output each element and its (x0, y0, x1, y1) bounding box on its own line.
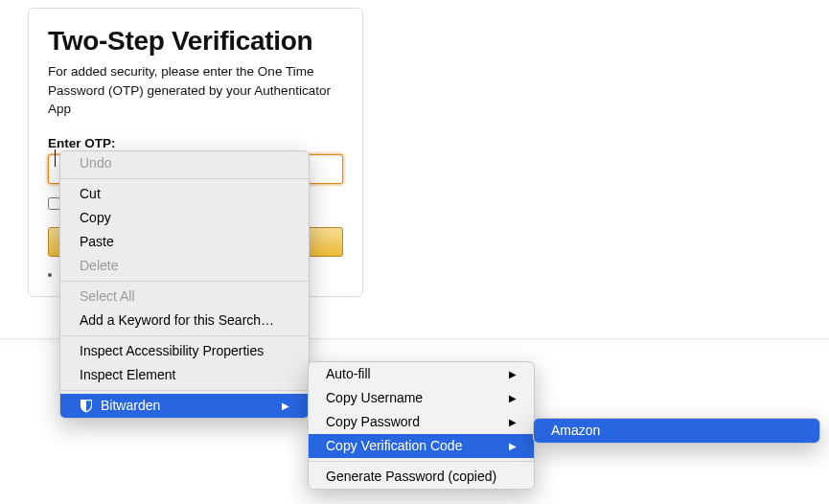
chevron-right-icon: ▶ (282, 397, 289, 415)
verification-code-submenu: Amazon (533, 418, 820, 444)
text-caret (55, 149, 56, 167)
menu-separator (60, 281, 309, 282)
menu-item-cut[interactable]: Cut (60, 182, 309, 206)
menu-item-paste[interactable]: Paste (60, 230, 309, 254)
chevron-right-icon: ▶ (509, 437, 517, 455)
menu-separator (60, 178, 309, 179)
menu-item-generate-password[interactable]: Generate Password (copied) (309, 465, 534, 489)
menu-item-undo[interactable]: Undo (60, 151, 309, 175)
context-menu: Undo Cut Copy Paste Delete Select All Ad… (59, 150, 310, 419)
menu-item-delete[interactable]: Delete (60, 254, 309, 278)
otp-label: Enter OTP: (48, 136, 343, 150)
shield-icon (80, 399, 93, 413)
menu-separator (309, 461, 534, 462)
menu-item-copy[interactable]: Copy (60, 206, 309, 230)
chevron-right-icon: ▶ (509, 389, 517, 407)
bitwarden-submenu: Auto-fill▶ Copy Username▶ Copy Password▶… (308, 361, 535, 490)
menu-item-amazon[interactable]: Amazon (534, 419, 819, 443)
menu-item-inspect-accessibility[interactable]: Inspect Accessibility Properties (60, 339, 309, 363)
menu-item-select-all[interactable]: Select All (60, 285, 309, 309)
page-description: For added security, please enter the One… (48, 62, 343, 119)
menu-item-label: Bitwarden (101, 397, 160, 415)
chevron-right-icon: ▶ (509, 365, 517, 383)
menu-item-bitwarden[interactable]: Bitwarden ▶ (60, 394, 309, 418)
menu-item-copy-password[interactable]: Copy Password▶ (309, 410, 534, 434)
menu-item-add-keyword[interactable]: Add a Keyword for this Search… (60, 309, 309, 332)
menu-item-copy-verification-code[interactable]: Copy Verification Code▶ (309, 434, 534, 458)
menu-separator (60, 390, 309, 391)
bullet-icon (48, 273, 52, 277)
menu-item-inspect-element[interactable]: Inspect Element (60, 363, 309, 387)
menu-item-autofill[interactable]: Auto-fill▶ (309, 362, 534, 386)
chevron-right-icon: ▶ (509, 413, 517, 431)
menu-separator (60, 335, 309, 336)
page-title: Two-Step Verification (48, 26, 343, 57)
menu-item-copy-username[interactable]: Copy Username▶ (309, 386, 534, 410)
